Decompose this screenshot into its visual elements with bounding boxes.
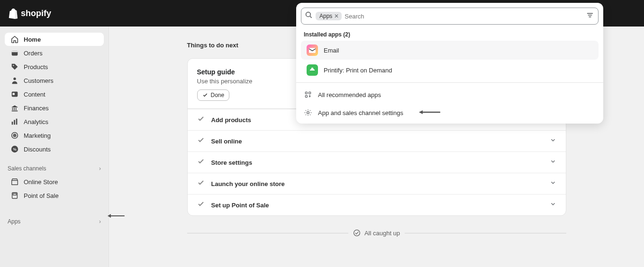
check-icon [202, 92, 208, 98]
app-name: Email [324, 47, 339, 54]
home-icon [10, 35, 19, 44]
search-input[interactable] [345, 13, 583, 20]
finances-icon [10, 104, 19, 112]
printify-app-icon [307, 64, 318, 76]
divider-line [405, 233, 566, 233]
app-name: Printify: Print on Demand [324, 67, 392, 74]
check-icon [197, 115, 205, 125]
email-app-icon [307, 44, 318, 56]
check-icon [197, 136, 205, 146]
chevron-down-icon [550, 158, 556, 167]
store-icon [10, 178, 19, 186]
nav-label: Analytics [24, 118, 48, 125]
chip-remove-icon[interactable]: ✕ [334, 13, 339, 19]
svg-point-18 [306, 12, 311, 17]
caught-up-text: All caught up [364, 230, 400, 237]
svg-rect-20 [305, 92, 307, 94]
svg-rect-8 [16, 119, 18, 125]
svg-rect-14 [12, 180, 18, 185]
nav-point-of-sale[interactable]: Point of Sale [5, 189, 104, 202]
check-circle-icon [353, 229, 361, 237]
all-recommended-apps-link[interactable]: All recommended apps [296, 86, 603, 104]
task-sell-online[interactable]: Sell online [188, 130, 566, 151]
nav-label: Home [24, 36, 41, 43]
check-icon [197, 158, 205, 167]
divider-line [187, 233, 348, 233]
search-icon [305, 11, 313, 21]
brand-logo[interactable]: shopify [8, 8, 51, 19]
svg-rect-21 [309, 92, 311, 94]
nav-label: Content [24, 91, 45, 98]
annotation-arrow [417, 109, 441, 116]
chevron-down-icon [550, 179, 556, 188]
app-item-email[interactable]: Email [301, 41, 599, 60]
svg-rect-6 [12, 122, 13, 125]
svg-text:%: % [13, 147, 16, 151]
task-point-of-sale[interactable]: Set up Point of Sale [188, 194, 566, 215]
orders-icon [10, 49, 19, 57]
apps-header[interactable]: Apps › [2, 215, 107, 228]
nav-marketing[interactable]: Marketing [5, 129, 104, 142]
marketing-icon [10, 131, 19, 140]
annotation-arrow [106, 213, 125, 219]
svg-rect-16 [13, 194, 16, 196]
nav-products[interactable]: Products [5, 60, 104, 73]
app-settings-link[interactable]: App and sales channel settings [296, 104, 603, 122]
nav-discounts[interactable]: % Discounts [5, 142, 104, 156]
svg-rect-7 [14, 120, 15, 125]
sales-channels-header[interactable]: Sales channels › [2, 162, 107, 175]
content-icon [10, 90, 19, 98]
nav-orders[interactable]: Orders [5, 46, 104, 60]
pos-icon [10, 191, 19, 200]
link-label: App and sales channel settings [318, 109, 403, 116]
nav-customers[interactable]: Customers [5, 74, 104, 87]
shopify-bag-icon [8, 8, 18, 19]
svg-point-23 [307, 112, 309, 114]
svg-rect-19 [309, 48, 316, 53]
filter-icon[interactable] [586, 11, 594, 21]
chevron-down-icon [550, 137, 556, 145]
app-item-printify[interactable]: Printify: Print on Demand [301, 61, 599, 80]
popover-divider [296, 82, 603, 83]
nav-label: Online Store [24, 178, 58, 186]
task-store-settings[interactable]: Store settings [188, 151, 566, 173]
svg-rect-1 [12, 51, 18, 53]
nav-home[interactable]: Home [5, 33, 104, 46]
nav-label: Point of Sale [24, 192, 59, 199]
svg-rect-5 [13, 93, 15, 95]
nav-finances[interactable]: Finances [5, 101, 104, 115]
discounts-icon: % [10, 145, 19, 153]
search-filter-chip[interactable]: Apps ✕ [316, 12, 342, 20]
svg-point-11 [14, 135, 15, 136]
link-label: All recommended apps [318, 91, 381, 98]
task-launch-store[interactable]: Launch your online store [188, 173, 566, 194]
gear-icon [304, 108, 312, 117]
customers-icon [10, 76, 19, 85]
nav-online-store[interactable]: Online Store [5, 175, 104, 188]
search-bar[interactable]: Apps ✕ [301, 8, 599, 25]
task-label: Add products [211, 116, 252, 124]
installed-apps-label: Installed apps (2) [296, 29, 603, 40]
search-popover: Apps ✕ Installed apps (2) Email Printify… [296, 3, 603, 124]
section-label: Sales channels [8, 165, 46, 172]
products-icon [10, 62, 19, 71]
nav-analytics[interactable]: Analytics [5, 115, 104, 128]
chevron-down-icon [550, 201, 556, 209]
brand-name: shopify [21, 9, 51, 18]
nav-content[interactable]: Content [5, 88, 104, 101]
svg-point-3 [13, 78, 16, 80]
check-icon [197, 200, 205, 210]
nav-label: Customers [24, 77, 54, 84]
sidebar: Home Orders Products Customers Content F… [0, 27, 109, 267]
chevron-right-icon: › [99, 218, 101, 225]
done-button[interactable]: Done [197, 89, 230, 101]
section-label: Apps [8, 218, 20, 225]
nav-label: Finances [24, 105, 49, 112]
nav-label: Products [24, 63, 48, 71]
check-icon [197, 179, 205, 188]
svg-rect-22 [305, 96, 307, 98]
nav-label: Marketing [24, 132, 51, 139]
chip-label: Apps [319, 13, 332, 19]
task-label: Launch your online store [211, 180, 285, 187]
svg-point-17 [354, 230, 360, 236]
